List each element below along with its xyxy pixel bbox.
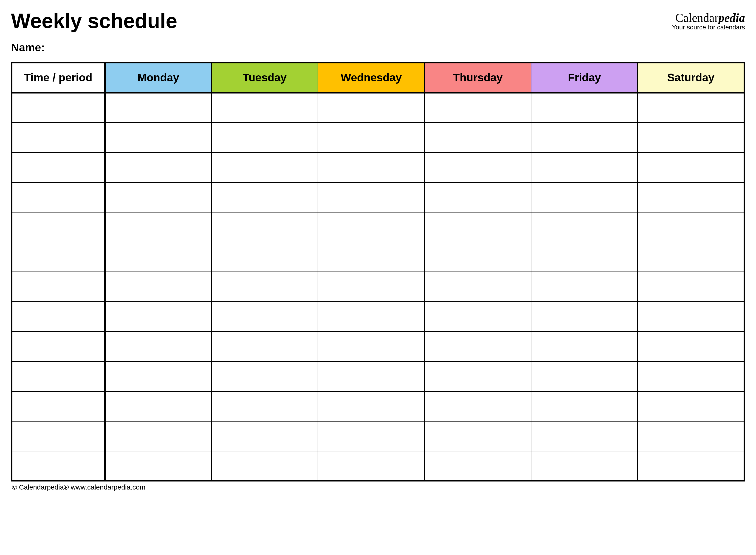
schedule-cell[interactable] [638, 451, 744, 481]
schedule-cell[interactable] [318, 212, 425, 242]
schedule-cell[interactable] [105, 361, 211, 391]
schedule-cell[interactable] [425, 302, 531, 332]
table-row [12, 332, 744, 361]
schedule-cell[interactable] [211, 361, 318, 391]
brand-part2: pedia [718, 11, 745, 24]
schedule-cell[interactable] [531, 302, 638, 332]
schedule-cell[interactable] [318, 391, 425, 421]
schedule-cell[interactable] [638, 302, 744, 332]
schedule-cell[interactable] [531, 212, 638, 242]
schedule-cell[interactable] [425, 272, 531, 302]
schedule-cell[interactable] [638, 212, 744, 242]
schedule-cell[interactable] [105, 421, 211, 451]
schedule-cell[interactable] [638, 421, 744, 451]
schedule-cell[interactable] [425, 93, 531, 122]
time-cell[interactable] [12, 302, 105, 332]
schedule-cell[interactable] [318, 93, 425, 122]
time-cell[interactable] [12, 421, 105, 451]
schedule-cell[interactable] [105, 212, 211, 242]
schedule-cell[interactable] [318, 451, 425, 481]
schedule-cell[interactable] [105, 122, 211, 152]
schedule-cell[interactable] [105, 242, 211, 272]
schedule-cell[interactable] [638, 361, 744, 391]
schedule-cell[interactable] [105, 182, 211, 212]
schedule-cell[interactable] [211, 93, 318, 122]
col-header-saturday: Saturday [638, 63, 744, 93]
schedule-cell[interactable] [425, 122, 531, 152]
schedule-cell[interactable] [318, 272, 425, 302]
schedule-cell[interactable] [211, 122, 318, 152]
schedule-cell[interactable] [211, 332, 318, 361]
schedule-cell[interactable] [105, 332, 211, 361]
schedule-cell[interactable] [638, 272, 744, 302]
schedule-cell[interactable] [531, 93, 638, 122]
time-cell[interactable] [12, 93, 105, 122]
schedule-cell[interactable] [531, 421, 638, 451]
time-cell[interactable] [12, 361, 105, 391]
schedule-cell[interactable] [531, 272, 638, 302]
schedule-cell[interactable] [425, 451, 531, 481]
schedule-cell[interactable] [638, 93, 744, 122]
schedule-cell[interactable] [638, 122, 744, 152]
schedule-cell[interactable] [638, 152, 744, 182]
time-cell[interactable] [12, 242, 105, 272]
schedule-cell[interactable] [318, 332, 425, 361]
time-cell[interactable] [12, 451, 105, 481]
schedule-cell[interactable] [531, 152, 638, 182]
schedule-cell[interactable] [105, 93, 211, 122]
schedule-table: Time / period Monday Tuesday Wednesday T… [11, 62, 745, 481]
schedule-cell[interactable] [318, 361, 425, 391]
schedule-cell[interactable] [105, 302, 211, 332]
schedule-cell[interactable] [425, 152, 531, 182]
schedule-cell[interactable] [318, 421, 425, 451]
time-cell[interactable] [12, 182, 105, 212]
schedule-cell[interactable] [211, 302, 318, 332]
table-row [12, 122, 744, 152]
schedule-cell[interactable] [105, 272, 211, 302]
schedule-cell[interactable] [105, 391, 211, 421]
schedule-cell[interactable] [531, 122, 638, 152]
schedule-cell[interactable] [425, 421, 531, 451]
schedule-cell[interactable] [318, 152, 425, 182]
schedule-cell[interactable] [211, 152, 318, 182]
header-row: Time / period Monday Tuesday Wednesday T… [12, 63, 744, 93]
schedule-cell[interactable] [531, 332, 638, 361]
schedule-cell[interactable] [531, 361, 638, 391]
schedule-cell[interactable] [531, 182, 638, 212]
schedule-cell[interactable] [211, 451, 318, 481]
schedule-cell[interactable] [318, 182, 425, 212]
footer-text: © Calendarpedia® www.calendarpedia.com [11, 483, 745, 491]
time-cell[interactable] [12, 122, 105, 152]
time-cell[interactable] [12, 272, 105, 302]
schedule-cell[interactable] [425, 361, 531, 391]
schedule-cell[interactable] [425, 212, 531, 242]
schedule-cell[interactable] [318, 302, 425, 332]
schedule-cell[interactable] [318, 122, 425, 152]
time-cell[interactable] [12, 391, 105, 421]
schedule-cell[interactable] [638, 332, 744, 361]
schedule-cell[interactable] [105, 451, 211, 481]
time-cell[interactable] [12, 152, 105, 182]
schedule-cell[interactable] [638, 391, 744, 421]
schedule-cell[interactable] [211, 242, 318, 272]
schedule-cell[interactable] [425, 391, 531, 421]
time-cell[interactable] [12, 332, 105, 361]
schedule-cell[interactable] [105, 152, 211, 182]
schedule-cell[interactable] [531, 451, 638, 481]
time-cell[interactable] [12, 212, 105, 242]
schedule-cell[interactable] [318, 242, 425, 272]
schedule-cell[interactable] [211, 212, 318, 242]
brand-name: Calendarpedia [672, 11, 745, 25]
schedule-cell[interactable] [531, 242, 638, 272]
schedule-cell[interactable] [531, 391, 638, 421]
schedule-cell[interactable] [425, 182, 531, 212]
schedule-cell[interactable] [211, 182, 318, 212]
schedule-cell[interactable] [638, 242, 744, 272]
schedule-cell[interactable] [211, 391, 318, 421]
brand-block: Calendarpedia Your source for calendars [672, 11, 745, 31]
schedule-cell[interactable] [425, 242, 531, 272]
schedule-cell[interactable] [425, 332, 531, 361]
schedule-cell[interactable] [638, 182, 744, 212]
schedule-cell[interactable] [211, 421, 318, 451]
schedule-cell[interactable] [211, 272, 318, 302]
